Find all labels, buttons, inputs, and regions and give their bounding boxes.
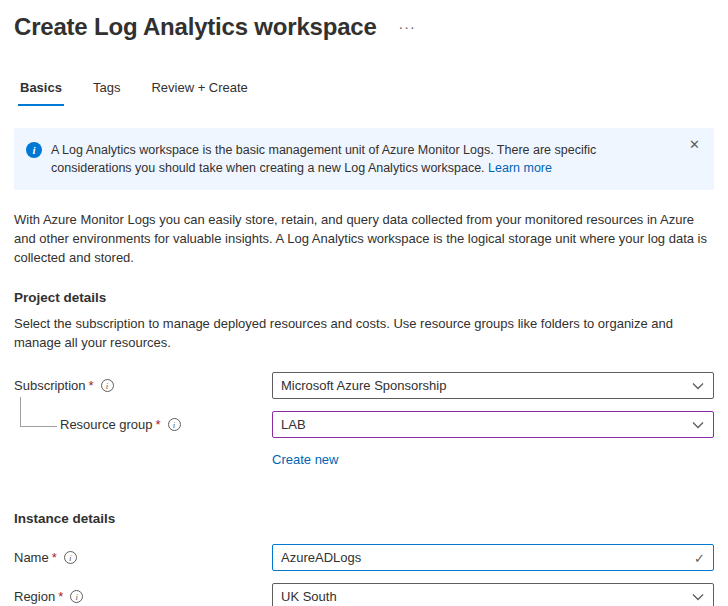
subscription-info-icon[interactable]: i: [101, 379, 114, 392]
intro-paragraph: With Azure Monitor Logs you can easily s…: [14, 210, 714, 267]
subscription-value: Microsoft Azure Sponsorship: [281, 378, 446, 393]
instance-fields: Name * i ✓ Region * i UK South: [14, 544, 714, 606]
required-asterisk: *: [52, 550, 57, 565]
create-new-link[interactable]: Create new: [272, 452, 338, 467]
subscription-row: Subscription * i Microsoft Azure Sponsor…: [14, 372, 714, 399]
required-asterisk: *: [89, 378, 94, 393]
more-options-icon[interactable]: ···: [395, 18, 420, 36]
tab-review-create[interactable]: Review + Create: [149, 80, 249, 106]
name-label: Name: [14, 550, 49, 565]
name-info-icon[interactable]: i: [64, 551, 77, 564]
wizard-tabs: Basics Tags Review + Create: [18, 80, 714, 107]
name-input[interactable]: [272, 544, 714, 571]
project-details-description: Select the subscription to manage deploy…: [14, 314, 704, 352]
region-row: Region * i UK South: [14, 583, 714, 606]
resource-group-label: Resource group: [60, 417, 153, 432]
info-icon: i: [26, 142, 42, 158]
tab-tags[interactable]: Tags: [91, 80, 122, 106]
name-label-group: Name * i: [14, 550, 272, 565]
create-log-analytics-workspace-page: Create Log Analytics workspace ··· Basic…: [0, 10, 728, 606]
chevron-down-icon: [692, 593, 704, 601]
region-value: UK South: [281, 589, 337, 604]
tab-basics[interactable]: Basics: [18, 80, 64, 106]
resource-group-dropdown[interactable]: LAB: [272, 411, 714, 438]
region-label-group: Region * i: [14, 589, 272, 604]
subscription-label-group: Subscription * i: [14, 378, 272, 393]
title-row: Create Log Analytics workspace ···: [14, 10, 714, 44]
region-label: Region: [14, 589, 55, 604]
project-fields: Subscription * i Microsoft Azure Sponsor…: [14, 372, 714, 466]
chevron-down-icon: [692, 382, 704, 390]
subscription-label: Subscription: [14, 378, 86, 393]
info-banner: i A Log Analytics workspace is the basic…: [14, 128, 714, 190]
create-new-wrap: Create new: [272, 450, 714, 466]
valid-check-icon: ✓: [694, 550, 705, 565]
page-title: Create Log Analytics workspace: [14, 10, 377, 44]
instance-details-heading: Instance details: [14, 511, 714, 526]
resource-group-row: Resource group * i LAB: [14, 411, 714, 438]
subscription-dropdown[interactable]: Microsoft Azure Sponsorship: [272, 372, 714, 399]
region-info-icon[interactable]: i: [70, 590, 83, 603]
resource-group-value: LAB: [281, 417, 306, 432]
resource-group-connector-line: [20, 397, 57, 427]
learn-more-link[interactable]: Learn more: [488, 161, 552, 175]
required-asterisk: *: [58, 589, 63, 604]
region-dropdown[interactable]: UK South: [272, 583, 714, 606]
chevron-down-icon: [692, 421, 704, 429]
name-row: Name * i ✓: [14, 544, 714, 571]
project-details-heading: Project details: [14, 290, 714, 305]
required-asterisk: *: [156, 417, 161, 432]
close-icon[interactable]: ✕: [687, 136, 702, 153]
name-input-wrap: ✓: [272, 544, 714, 571]
banner-text: A Log Analytics workspace is the basic m…: [51, 141, 670, 177]
resource-group-info-icon[interactable]: i: [168, 418, 181, 431]
